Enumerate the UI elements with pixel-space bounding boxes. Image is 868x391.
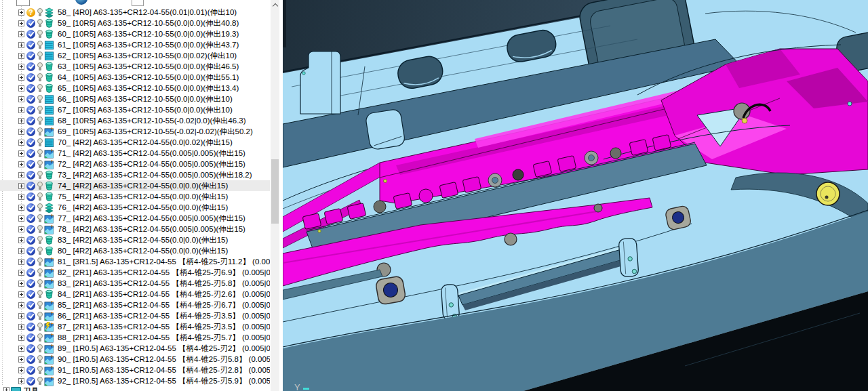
expand-plus-icon[interactable] — [18, 42, 24, 48]
status-check-icon — [26, 30, 35, 39]
tree-row-68[interactable]: 68_ [10R5] A63-135+CR12-10-55(-0.02|0.0)… — [0, 115, 270, 126]
tree-row-60[interactable]: 60_ [10R5] A63-135+CR12-10-55(0.0|0.0)(伸… — [0, 28, 270, 39]
3d-viewport[interactable]: Y — [283, 0, 868, 391]
expand-plus-icon[interactable] — [18, 183, 24, 189]
status-check-icon — [26, 344, 35, 353]
expand-plus-icon[interactable] — [18, 237, 24, 243]
expand-plus-icon[interactable] — [18, 161, 24, 167]
expand-plus-icon[interactable] — [18, 64, 24, 70]
tree-row-64[interactable]: 64_ [10R5] A63-135+CR12-10-55(0.0|0.0)(伸… — [0, 72, 270, 83]
tree-row-85[interactable]: 85_ [2R1] A63-135+CR12-04-55 【柄4-锥25-刃6.… — [0, 300, 270, 310]
expand-plus-icon[interactable] — [18, 215, 24, 222]
status-check-icon — [26, 127, 35, 136]
expand-plus-icon[interactable] — [18, 367, 24, 373]
tree-row-71[interactable]: 71_ [4R2] A63-135+CR12-04-55(0.005|0.005… — [0, 148, 270, 159]
tree-row-61[interactable]: 61_ [10R5] A63-135+CR12-10-55(0.0|0.0)(伸… — [0, 39, 270, 50]
toolbar-globe-icon — [75, 0, 88, 6]
operation-type-cylinder-icon — [44, 235, 54, 245]
operation-type-flag-icon — [44, 333, 54, 343]
operation-type-square-icon — [44, 116, 54, 126]
tree-row-78[interactable]: 78_ [4R2] A63-135+CR12-04-55(0.005|0.005… — [0, 224, 270, 234]
tree-row-84[interactable]: 84_ [2R1] A63-135+CR12-04-55 【柄4-锥25-刃2.… — [0, 289, 270, 300]
expand-plus-icon[interactable] — [18, 75, 24, 81]
tree-row-87[interactable]: 87_ [2R1] A63-135+CR12-04-55 【柄4-锥25-刃3.… — [0, 321, 270, 332]
tree-row-92[interactable]: 92_ [1R0.5] A63-135+CR12-04-55 【柄4-锥25-刃… — [0, 375, 270, 386]
tree-row-67[interactable]: 67_ [10R5] A63-135+CR12-10-55(0.0|0.0)(伸… — [0, 104, 270, 115]
tree-row-80[interactable]: 80_ [4R2] A63-135+CR12-04-55(0.0|0.0)(伸出… — [0, 245, 270, 256]
expand-plus-icon[interactable] — [18, 335, 24, 341]
tree-row-88[interactable]: 88_ [2R1] A63-135+CR12-04-55 【柄4-锥25-刃5.… — [0, 332, 270, 343]
operation-type-flag-icon — [44, 159, 54, 169]
bulb-icon — [37, 84, 43, 93]
tree-row-91[interactable]: 91_ [1R0.5] A63-135+CR12-04-55 【柄4-锥25-刃… — [0, 365, 270, 375]
tree-row-72[interactable]: 72_ [4R2] A63-135+CR12-04-55(0.005|0.005… — [0, 159, 270, 169]
tree-row-73[interactable]: 73_ [4R2] A63-135+CR12-04-55(0.005|0.005… — [0, 169, 270, 180]
bulb-icon — [37, 138, 43, 147]
tree-row-83[interactable]: 83_ [2R1] A63-135+CR12-04-55 【柄4-锥25-刃5.… — [0, 278, 270, 289]
tree-row-89[interactable]: 89_ [1R0.5] A63-135+CR12-04-55 【柄4-锥25-刃… — [0, 343, 270, 354]
expand-plus-icon[interactable] — [18, 129, 24, 135]
expand-plus-icon[interactable] — [18, 313, 24, 319]
insert-block — [665, 205, 692, 230]
tree-row-86[interactable]: 86_ [2R1] A63-135+CR12-04-55 【柄4-锥25-刃3.… — [0, 310, 270, 321]
expand-plus-icon[interactable] — [18, 150, 24, 157]
tree-row-90[interactable]: 90_ [1R0.5] A63-135+CR12-04-55 【柄4-锥25-刃… — [0, 354, 270, 365]
expand-plus-icon[interactable] — [18, 259, 24, 265]
tree-row-83[interactable]: 83_ [4R2] A63-135+CR12-04-55(0.0|0.0)(伸出… — [0, 234, 270, 245]
expand-plus-icon[interactable] — [18, 31, 24, 37]
expand-plus-icon[interactable] — [18, 324, 24, 330]
tree-row-70[interactable]: 70_ [4R2] A63-135+CR12-04-55(0.0|0.02)(伸… — [0, 137, 270, 148]
tree-row-62[interactable]: 62_ [10R5] A63-135+CR12-10-55(0.0|0.02)(… — [0, 50, 270, 61]
tree-row-66[interactable]: 66_ [10R5] A63-135+CR12-10-55(0.0|0.0)(伸… — [0, 94, 270, 104]
tree-partial-row-tools[interactable]: 刀具 — [0, 386, 270, 391]
tree-row-76[interactable]: 76_ [4R2] A63-135+CR12-04-55(0.0|0.0)(伸出… — [0, 202, 270, 213]
tree-row-65[interactable]: 65_ [10R5] A63-135+CR12-10-55(0.0|0.0)(伸… — [0, 83, 270, 94]
expand-plus-icon[interactable] — [3, 387, 9, 391]
tree-row-77[interactable]: 77_ [4R2] A63-135+CR12-04-55(0.005|0.005… — [0, 213, 270, 224]
tree-row-81[interactable]: 81_ [3R1.5] A63-135+CR12-04-55 【柄4-锥25-刃… — [0, 256, 270, 267]
bulb-icon — [37, 171, 43, 180]
expand-plus-icon[interactable] — [18, 346, 24, 352]
expand-plus-icon[interactable] — [18, 118, 24, 124]
expand-plus-icon[interactable] — [18, 107, 24, 113]
bulb-icon — [37, 312, 43, 321]
expand-plus-icon[interactable] — [18, 96, 24, 102]
expand-plus-icon[interactable] — [18, 172, 24, 178]
tools-group-label: 刀具 — [23, 386, 39, 391]
expand-plus-icon[interactable] — [18, 356, 24, 363]
tree-row-75[interactable]: 75_ [4R2] A63-135+CR12-04-55(0.0|0.0)(伸出… — [0, 191, 270, 202]
status-check-icon — [26, 106, 35, 115]
tree-row-59[interactable]: 59_ [10R5] A63-135+CR12-10-55(0.0|0.0)(伸… — [0, 18, 270, 28]
operation-type-flag-icon — [44, 344, 54, 354]
expand-plus-icon[interactable] — [18, 302, 24, 308]
expand-plus-icon[interactable] — [18, 205, 24, 211]
operation-type-cylinder-icon — [44, 73, 54, 83]
yellow-dot — [742, 118, 747, 123]
expand-plus-icon[interactable] — [18, 9, 24, 16]
expand-plus-icon[interactable] — [18, 291, 24, 297]
tree-row-82[interactable]: 82_ [2R1] A63-135+CR12-04-55 【柄4-锥25-刃6.… — [0, 267, 270, 278]
expand-plus-icon[interactable] — [18, 281, 24, 287]
expand-plus-icon[interactable] — [18, 140, 24, 146]
tree-scrollbar[interactable] — [271, 0, 279, 391]
scrollbar-thumb[interactable] — [271, 159, 279, 224]
operation-label: 87_ [2R1] A63-135+CR12-04-55 【柄4-锥25-刃3.… — [58, 322, 270, 332]
tree-row-63[interactable]: 63_ [10R5] A63-135+CR12-10-55(0.0|0.0)(伸… — [0, 61, 270, 72]
bulb-icon — [37, 355, 43, 364]
bulb-icon — [37, 344, 43, 353]
expand-plus-icon[interactable] — [18, 53, 24, 59]
tree-row-69[interactable]: 69_ [10R5] A63-135+CR12-10-55(-0.02|-0.0… — [0, 126, 270, 137]
scroll-up-button[interactable] — [271, 0, 279, 10]
operation-type-square-icon — [44, 105, 54, 115]
operation-label: 88_ [2R1] A63-135+CR12-04-55 【柄4-锥25-刃5.… — [58, 333, 270, 343]
expand-plus-icon[interactable] — [18, 270, 24, 276]
expand-plus-icon[interactable] — [18, 226, 24, 232]
expand-plus-icon[interactable] — [18, 194, 24, 200]
expand-plus-icon[interactable] — [18, 248, 24, 254]
tree-row-58[interactable]: 58_ [4R0] A63-135+CR12-04-55(0.01|0.01)(… — [0, 7, 270, 18]
tree-row-74[interactable]: 74_ [4R2] A63-135+CR12-04-55(0.0|0.0)(伸出… — [0, 180, 270, 191]
bulb-icon — [37, 214, 43, 223]
expand-plus-icon[interactable] — [18, 20, 24, 26]
expand-plus-icon[interactable] — [18, 85, 24, 91]
expand-plus-icon[interactable] — [18, 378, 24, 384]
